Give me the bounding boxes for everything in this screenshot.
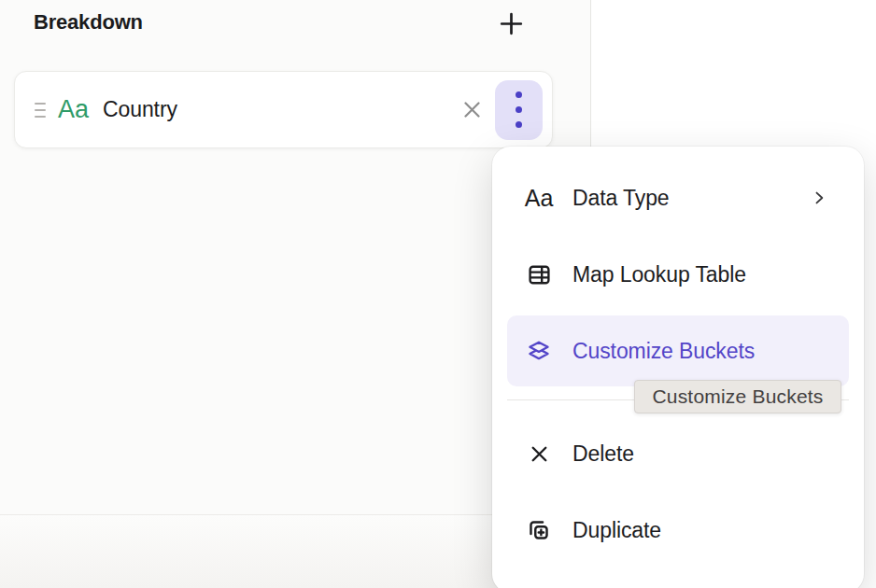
menu-item-label: Delete	[572, 441, 634, 467]
x-icon	[525, 442, 553, 466]
menu-item-customize-buckets[interactable]: Customize Buckets	[507, 315, 849, 386]
menu-item-label: Map Lookup Table	[572, 262, 746, 287]
menu-item-duplicate[interactable]: Duplicate	[492, 492, 864, 568]
remove-field-button[interactable]	[455, 93, 488, 127]
menu-item-delete[interactable]: Delete	[492, 415, 864, 492]
tooltip-text: Customize Buckets	[652, 385, 823, 408]
field-label: Country	[103, 97, 177, 122]
menu-item-label: Data Type	[572, 186, 670, 211]
field-type-icon: Aa	[58, 95, 89, 124]
menu-item-data-type[interactable]: Aa Data Type	[492, 160, 864, 236]
text-type-icon: Aa	[525, 185, 553, 212]
breakdown-field-card: Aa Country	[14, 71, 553, 148]
page-title: Breakdown	[34, 10, 143, 35]
layers-icon	[525, 338, 553, 364]
screen: Breakdown Aa Country	[0, 0, 876, 588]
table-icon	[525, 262, 553, 287]
vertical-dots-icon	[516, 91, 522, 128]
add-breakdown-button[interactable]	[496, 8, 526, 38]
drag-handle-icon[interactable]	[35, 103, 46, 118]
close-icon	[459, 97, 485, 122]
copy-plus-icon	[525, 517, 553, 543]
menu-item-label: Duplicate	[572, 518, 661, 543]
field-menu-button[interactable]	[495, 80, 543, 140]
menu-item-label: Customize Buckets	[572, 339, 755, 364]
chevron-right-icon	[810, 189, 828, 207]
tooltip: Customize Buckets	[634, 380, 841, 413]
plus-icon	[497, 9, 526, 38]
field-context-menu: Aa Data Type Map Lookup Table	[492, 147, 864, 588]
menu-item-map-lookup-table[interactable]: Map Lookup Table	[492, 236, 864, 313]
